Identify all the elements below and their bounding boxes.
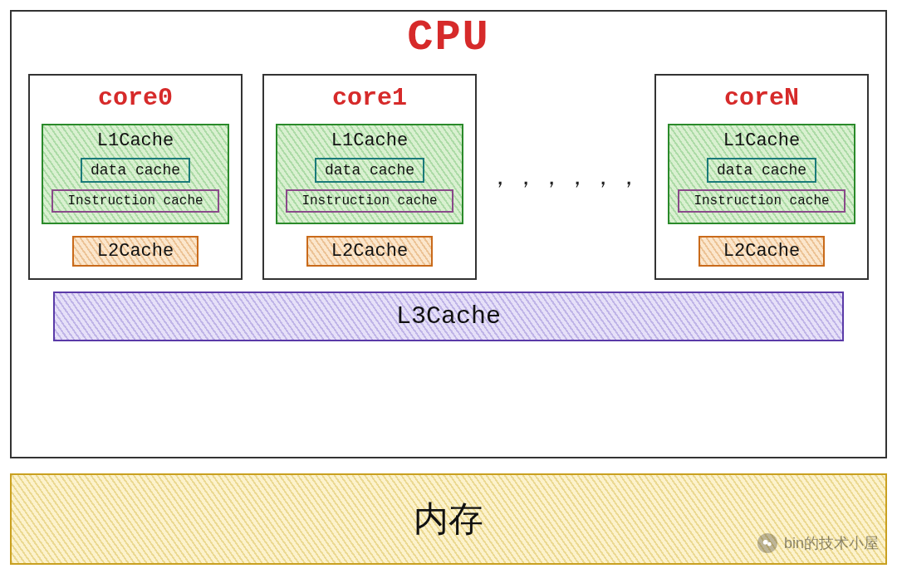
instruction-cache-box: Instruction cache <box>678 189 846 213</box>
data-cache-box: data cache <box>81 158 190 183</box>
memory-label: 内存 <box>414 496 483 542</box>
cpu-title: CPU <box>28 13 869 62</box>
instruction-cache-box: Instruction cache <box>51 189 219 213</box>
memory-box: 内存 <box>10 473 887 565</box>
core-title: core1 <box>332 84 407 112</box>
core-title: coreN <box>724 84 799 112</box>
l3-cache-box: L3Cache <box>53 292 844 341</box>
l1-label: L1Cache <box>97 130 174 151</box>
svg-point-1 <box>767 542 772 546</box>
l3-label: L3Cache <box>393 302 504 331</box>
l2-cache-box: L2Cache <box>698 236 825 267</box>
core-box-n: coreN L1Cache data cache Instruction cac… <box>654 74 869 280</box>
cores-ellipsis: ，，，，，， <box>488 161 643 193</box>
l1-cache-box: L1Cache data cache Instruction cache <box>668 124 855 224</box>
data-cache-box: data cache <box>315 158 424 183</box>
core-box-0: core0 L1Cache data cache Instruction cac… <box>28 74 243 280</box>
instruction-cache-box: Instruction cache <box>286 189 453 213</box>
l1-label: L1Cache <box>723 130 800 151</box>
watermark-text: bin的技术小屋 <box>784 533 879 553</box>
core-box-1: core1 L1Cache data cache Instruction cac… <box>262 74 477 280</box>
l2-cache-box: L2Cache <box>72 236 199 267</box>
watermark: bin的技术小屋 <box>757 533 879 553</box>
l1-cache-box: L1Cache data cache Instruction cache <box>276 124 463 224</box>
l1-cache-box: L1Cache data cache Instruction cache <box>42 124 229 224</box>
wechat-icon <box>757 533 777 553</box>
data-cache-box: data cache <box>707 158 816 183</box>
cores-row: core0 L1Cache data cache Instruction cac… <box>28 74 869 280</box>
svg-point-0 <box>763 540 768 545</box>
l2-cache-box: L2Cache <box>306 236 433 267</box>
l1-label: L1Cache <box>331 130 408 151</box>
core-title: core0 <box>98 84 173 112</box>
cpu-container: CPU core0 L1Cache data cache Instruction… <box>10 10 887 458</box>
